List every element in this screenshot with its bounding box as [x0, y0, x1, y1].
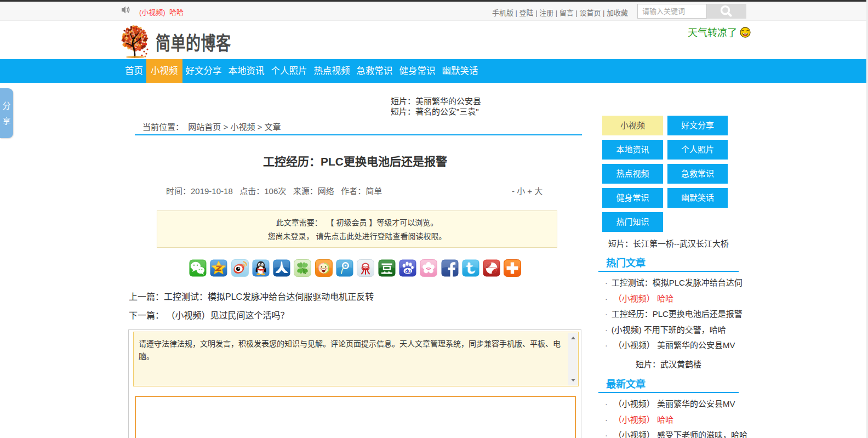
svg-text:du: du: [405, 269, 410, 274]
